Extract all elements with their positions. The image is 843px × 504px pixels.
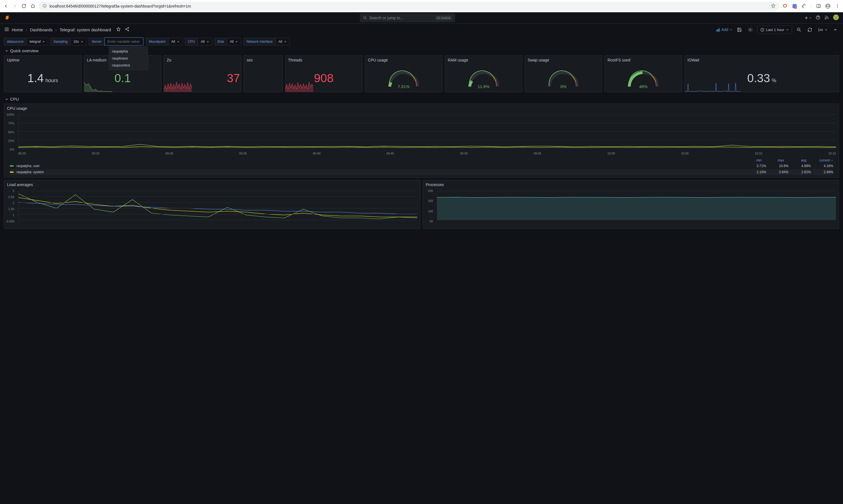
var-cpu-value[interactable]: All [198,38,212,46]
var-mountpoint-value[interactable]: All [168,38,183,46]
browser-chrome: localhost:64546/d/000000127/telegraf3a-s… [0,0,843,12]
time-range-picker[interactable]: Last 1 hour [757,25,792,34]
panel-iowait[interactable]: IOWait 0.33 % [684,55,839,92]
browser-home-button[interactable] [30,3,36,9]
svg-rect-17 [835,18,837,19]
legend-row[interactable]: raspalpha: user 3.71% 10.8% 4.89% 4.16% [10,163,833,169]
panel-cpu-usage-chart[interactable]: CPU usage 100% 75% 50% 25% 0% [4,104,839,178]
plot-area [437,191,836,220]
add-panel-button[interactable]: Add [716,28,733,32]
legend-swatch [10,172,14,173]
browser-menu-icon[interactable] [835,3,840,9]
panel-rootfs-gauge[interactable]: RootFS used 48% [604,55,682,92]
save-dashboard-icon[interactable] [735,25,743,34]
svg-point-6 [827,4,829,6]
var-sampling: Sampling 10s [50,38,86,46]
y-axis: 200 150 100 50 [423,189,434,223]
browser-toolbar-right: O 3 | [782,3,840,9]
template-variables: datasource telegraf Sampling 10s Server … [0,36,843,46]
var-cpu: CPU All [185,38,212,46]
svg-point-7 [837,4,838,5]
extension-icon-1[interactable]: O [782,3,788,9]
share-icon[interactable] [125,27,130,32]
var-sampling-value[interactable]: 10s [70,38,86,46]
refresh-interval-picker[interactable]: 1m [817,25,829,34]
var-netif: Network interface All [243,38,290,46]
profile-avatar[interactable] [825,3,831,9]
breadcrumb-dashboards[interactable]: Dashboards [30,28,53,32]
svg-rect-4 [817,4,820,7]
var-datasource: datasource telegraf [4,38,48,46]
svg-rect-11 [437,17,440,19]
svg-point-24 [750,29,751,30]
y-axis: 3 2.50 2 1.50 1 0.500 [4,189,15,223]
svg-point-10 [364,16,366,18]
breadcrumb-home[interactable]: Home [12,28,23,32]
svg-rect-15 [835,16,836,17]
var-netif-value[interactable]: All [275,38,290,46]
grafana-topbar: Search or jump to... cmd+k [0,12,843,23]
browser-reload-button[interactable] [21,3,27,9]
news-icon[interactable] [824,15,829,21]
search-input[interactable]: Search or jump to... cmd+k [360,14,455,22]
svg-point-9 [837,7,838,8]
extensions-icon[interactable] [801,3,807,9]
legend-swatch [10,165,14,166]
browser-url-bar[interactable]: localhost:64546/d/000000127/telegraf3a-s… [39,2,779,11]
favorite-star-icon[interactable] [116,27,121,32]
site-info-icon[interactable] [42,4,47,9]
var-disk-value[interactable]: All [227,38,241,46]
settings-icon[interactable] [746,25,754,34]
kiosk-mode-icon[interactable] [831,25,839,34]
dropdown-option[interactable]: raspalpha [109,48,148,55]
browser-back-button[interactable] [3,3,9,9]
y-axis: 100% 75% 50% 25% 0% [4,113,15,151]
svg-rect-22 [718,29,719,31]
var-server: Server [89,37,143,46]
cpu-panels: CPU usage 100% 75% 50% 25% 0% [0,104,843,180]
var-server-input[interactable] [104,37,143,46]
var-disk: Disk All [214,38,241,46]
menu-toggle-icon[interactable] [4,26,10,33]
browser-forward-button[interactable] [12,3,18,9]
bookmark-star-icon[interactable] [771,3,776,9]
panel-swap-usage-gauge[interactable]: Swap usage 0% [525,55,602,92]
panel-threads[interactable]: Threads 908 [285,55,363,92]
dropdown-option[interactable]: raspcontrol [109,62,148,69]
panel-processes-partial[interactable]: ses [244,55,283,92]
panel-processes[interactable]: Processes 200 150 100 50 [423,180,839,229]
var-server-dropdown: raspalpha raspbravo raspcontrol [109,47,148,70]
extension-icon-2[interactable]: 3 [792,3,797,9]
add-menu-icon[interactable] [804,16,812,20]
plot-area [18,114,836,148]
svg-rect-21 [717,30,718,31]
panel-ram-usage-gauge[interactable]: RAM usage 11.8% [445,55,522,92]
svg-rect-23 [719,29,720,31]
var-datasource-value[interactable]: telegraf [26,38,48,46]
url-text: localhost:64546/d/000000127/telegraf3a-s… [50,4,191,8]
panel-icon[interactable] [815,3,821,9]
search-hotkey-badge: cmd+k [435,16,452,20]
dropdown-option[interactable]: raspbravo [109,55,148,62]
refresh-icon[interactable] [806,25,814,34]
row-cpu[interactable]: CPU [0,94,843,104]
panel-uptime[interactable]: Uptime 1.4 hours [4,55,82,92]
breadcrumb: Home › Dashboards › Telegraf: system das… [12,28,111,32]
svg-point-14 [833,15,839,20]
legend-table: min max avg current raspalpha: user 3.71… [4,157,839,177]
help-icon[interactable] [815,15,820,21]
topbar-right [804,14,839,21]
bottom-panels: Load averages 3 2.50 2 1.50 1 0.500 [0,180,843,229]
panel-zombies[interactable]: Zo 37 [164,55,241,92]
panel-cpu-usage-gauge[interactable]: CPU usage 7.31% [365,55,443,92]
x-axis: 09:2009:25 09:3009:35 09:4009:45 09:5009… [18,152,836,155]
zoom-out-icon[interactable] [795,25,803,34]
svg-point-8 [837,5,838,6]
panel-load-averages[interactable]: Load averages 3 2.50 2 1.50 1 0.500 [4,180,420,229]
legend-row[interactable]: raspalpha: system 2.10% 3.94% 2.62% 2.49… [10,169,833,175]
breadcrumb-row: Home › Dashboards › Telegraf: system das… [0,23,843,36]
breadcrumb-current: Telegraf: system dashboard [59,28,111,32]
svg-rect-16 [837,16,838,17]
user-avatar[interactable] [833,14,839,21]
grafana-logo[interactable] [4,15,11,21]
